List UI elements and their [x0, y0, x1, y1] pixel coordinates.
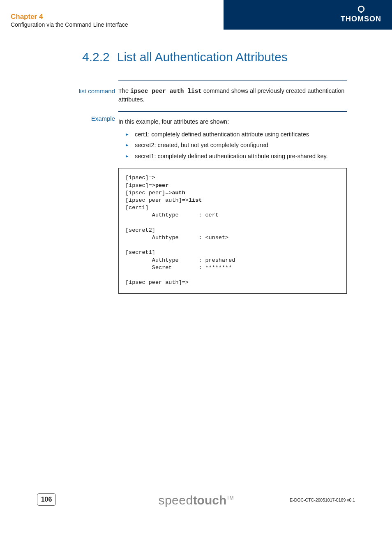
brand-logo: THOMSON — [341, 5, 381, 23]
brand-name: THOMSON — [341, 15, 381, 23]
logo-bold: touch — [193, 493, 227, 507]
list-command-paragraph: The ipsec peer auth list command shows a… — [118, 87, 347, 104]
content-area: The ipsec peer auth list command shows a… — [118, 81, 347, 294]
code-box: [ipsec]=> [ipsec]=>peer [ipsec peer]=>au… — [118, 168, 347, 293]
logo-light: speed — [158, 493, 193, 507]
chapter-block: Chapter 4 Configuration via the Command … — [11, 12, 128, 28]
list-item: secret1: completely defined authenticati… — [118, 152, 347, 161]
chapter-title: Chapter 4 — [11, 12, 128, 21]
label-list-command: list command — [62, 88, 115, 94]
rule-mid — [118, 111, 347, 112]
section-title: 4.2.2List all Authentication Attributes — [82, 50, 288, 64]
text-pre: The — [118, 88, 130, 94]
header-bar: THOMSON — [224, 0, 392, 30]
logo-tm: TM — [226, 495, 233, 501]
inline-code: ipsec peer auth list — [130, 88, 202, 94]
label-example: Example — [62, 115, 115, 122]
rule-top — [118, 81, 347, 81]
thomson-icon — [357, 5, 366, 14]
doc-id: E-DOC-CTC-20051017-0169 v0.1 — [290, 497, 355, 502]
list-item: secret2: created, but not yet completely… — [118, 140, 347, 150]
section-number: 4.2.2 — [82, 50, 110, 64]
section-heading: List all Authentication Attributes — [117, 50, 288, 64]
chapter-subtitle: Configuration via the Command Line Inter… — [11, 21, 128, 28]
list-item: cert1: completely defined authentication… — [118, 130, 347, 139]
example-bullets: cert1: completely defined authentication… — [118, 130, 347, 161]
example-intro: In this example, four attributes are sho… — [118, 117, 347, 126]
